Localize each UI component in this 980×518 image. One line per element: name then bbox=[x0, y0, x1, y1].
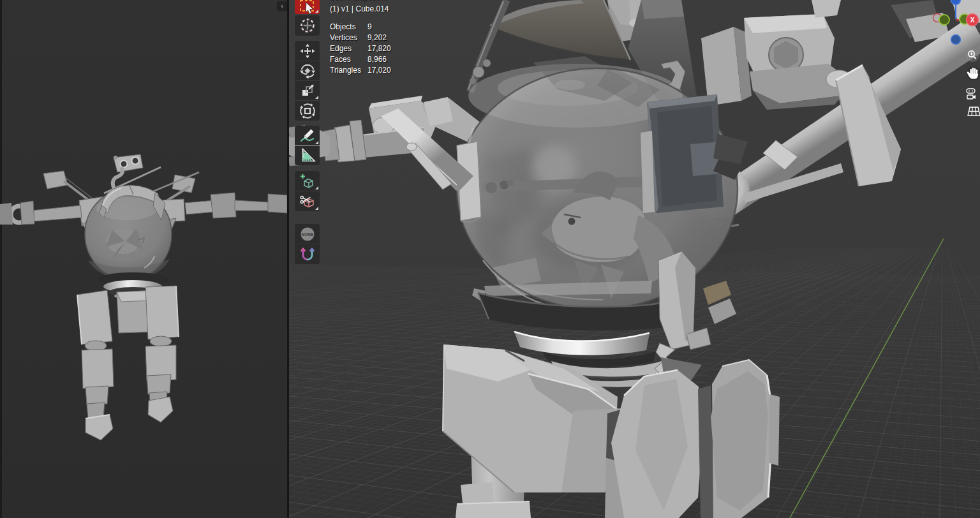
svg-text:NONE: NONE bbox=[301, 232, 313, 237]
svg-text:X: X bbox=[970, 17, 975, 24]
